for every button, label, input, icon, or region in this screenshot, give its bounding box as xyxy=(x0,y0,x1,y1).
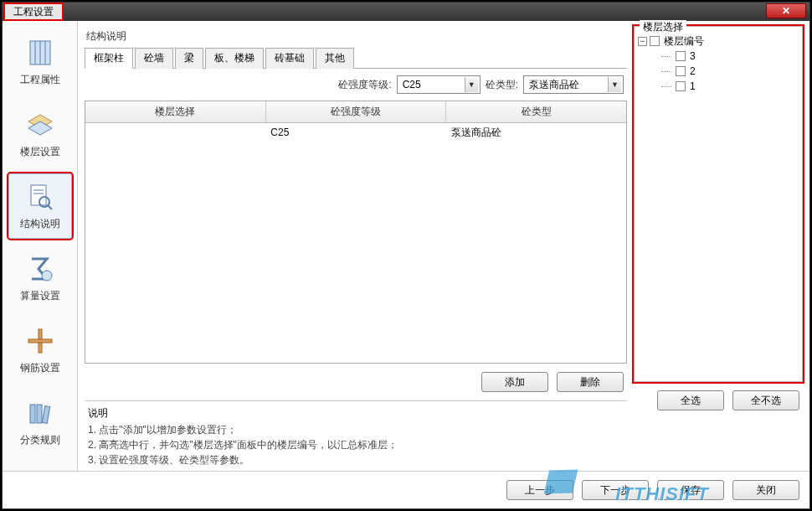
tab-concrete-wall[interactable]: 砼墙 xyxy=(135,48,173,69)
combo-value: C25 xyxy=(403,79,421,90)
button-label: 全选 xyxy=(681,394,701,408)
collapse-icon[interactable]: − xyxy=(638,37,647,46)
tree-item-label: 1 xyxy=(688,80,696,92)
save-button[interactable]: 保存 xyxy=(657,480,724,500)
col-type[interactable]: 砼类型 xyxy=(446,101,626,122)
tab-label: 砖基础 xyxy=(275,52,305,64)
window-title: 工程设置 xyxy=(4,3,63,20)
button-label: 添加 xyxy=(505,375,525,390)
books-icon xyxy=(25,398,55,428)
next-button[interactable]: 下一步 xyxy=(582,480,649,500)
desc-line: 1. 点击"添加"以增加参数设置行； xyxy=(88,422,624,437)
svg-rect-16 xyxy=(42,405,49,423)
tab-frame-column[interactable]: 框架柱 xyxy=(85,48,133,69)
col-strength[interactable]: 砼强度等级 xyxy=(266,101,447,122)
svg-rect-14 xyxy=(30,405,35,423)
strength-combo[interactable]: C25 ▼ xyxy=(397,75,481,94)
tab-slab-stair[interactable]: 板、楼梯 xyxy=(205,48,264,69)
col-floor[interactable]: 楼层选择 xyxy=(85,101,266,122)
body: 工程属性 楼层设置 结构说明 算量设置 钢筋设置 分类规则 xyxy=(3,21,809,471)
close-icon: ✕ xyxy=(782,5,790,17)
grid-buttons: 添加 删除 xyxy=(85,364,627,400)
close-button[interactable]: ✕ xyxy=(766,3,806,18)
close-button-footer[interactable]: 关闭 xyxy=(732,480,799,500)
tab-label: 板、楼梯 xyxy=(214,52,254,64)
right-panel: 楼层选择 − 楼层编号 3 2 xyxy=(634,21,809,471)
tab-brick-foundation[interactable]: 砖基础 xyxy=(265,48,314,69)
window-title-text: 工程设置 xyxy=(13,5,54,19)
titlebar: 工程设置 ✕ xyxy=(3,3,809,21)
tab-label: 梁 xyxy=(184,52,194,64)
button-label: 下一步 xyxy=(600,483,630,498)
tab-label: 砼墙 xyxy=(144,52,164,64)
sidebar-item-floor-settings[interactable]: 楼层设置 xyxy=(8,101,72,167)
main-title: 结构说明 xyxy=(85,26,627,47)
sidebar-item-label: 分类规则 xyxy=(20,433,60,447)
wizard-buttons: ITTHISIFT 上一步 下一步 保存 关闭 xyxy=(3,471,809,508)
tab-label: 框架柱 xyxy=(94,52,124,64)
sidebar-item-label: 楼层设置 xyxy=(20,145,60,159)
sidebar-item-label: 钢筋设置 xyxy=(20,361,60,375)
description-panel: 说明 1. 点击"添加"以增加参数设置行； 2. 高亮选中行，并勾选"楼层选择"… xyxy=(85,400,627,471)
select-none-button[interactable]: 全不选 xyxy=(732,390,799,410)
tree-root[interactable]: − 楼层编号 xyxy=(638,34,799,49)
tab-label: 其他 xyxy=(325,52,345,64)
svg-rect-6 xyxy=(31,185,46,205)
checkbox[interactable] xyxy=(676,81,686,91)
sidebar-item-qty-settings[interactable]: 算量设置 xyxy=(8,245,72,311)
sidebar-item-rebar-settings[interactable]: 钢筋设置 xyxy=(8,317,72,383)
spacer xyxy=(634,419,803,471)
checkbox[interactable] xyxy=(650,36,660,46)
sidebar-item-label: 算量设置 xyxy=(20,289,60,303)
delete-button[interactable]: 删除 xyxy=(557,372,624,392)
grid-body[interactable]: C25 泵送商品砼 xyxy=(85,123,626,363)
add-button[interactable]: 添加 xyxy=(481,372,548,392)
tree-children: 3 2 1 xyxy=(638,49,799,94)
cell-type[interactable]: 泵送商品砼 xyxy=(446,126,626,140)
checkbox[interactable] xyxy=(676,66,686,76)
tree-item[interactable]: 1 xyxy=(661,79,799,94)
sidebar: 工程属性 楼层设置 结构说明 算量设置 钢筋设置 分类规则 xyxy=(3,21,78,471)
tree-item-label: 2 xyxy=(688,65,696,77)
floor-select-box: 楼层选择 − 楼层编号 3 2 xyxy=(634,26,803,382)
tab-beam[interactable]: 梁 xyxy=(175,48,203,69)
chevron-down-icon: ▼ xyxy=(465,77,478,92)
table-row[interactable]: C25 泵送商品砼 xyxy=(85,123,626,142)
desc-title: 说明 xyxy=(88,406,624,421)
button-label: 保存 xyxy=(681,483,701,498)
type-combo[interactable]: 泵送商品砼 ▼ xyxy=(523,75,624,94)
cell-strength[interactable]: C25 xyxy=(265,126,445,138)
chevron-down-icon: ▼ xyxy=(608,77,621,92)
grid-header: 楼层选择 砼强度等级 砼类型 xyxy=(85,101,626,123)
sigma-gear-icon xyxy=(25,254,55,284)
tree-root-label: 楼层编号 xyxy=(662,34,704,49)
button-label: 全不选 xyxy=(751,394,781,408)
select-all-button[interactable]: 全选 xyxy=(657,390,724,410)
checkbox[interactable] xyxy=(676,51,686,61)
button-label: 上一步 xyxy=(525,483,555,498)
svg-point-11 xyxy=(42,271,52,281)
sidebar-item-project-props[interactable]: 工程属性 xyxy=(8,29,72,95)
document-search-icon xyxy=(25,182,55,212)
main-panel: 结构说明 框架柱 砼墙 梁 板、楼梯 砖基础 其他 砼强度等级: C25 ▼ 砼… xyxy=(78,21,634,471)
tabs: 框架柱 砼墙 梁 板、楼梯 砖基础 其他 xyxy=(85,47,627,69)
floor-select-title: 楼层选择 xyxy=(640,20,686,34)
sidebar-item-label: 工程属性 xyxy=(20,73,60,87)
prev-button[interactable]: 上一步 xyxy=(506,480,573,500)
building-icon xyxy=(25,38,55,68)
desc-line: 3. 设置砼强度等级、砼类型等参数。 xyxy=(88,452,624,467)
tree-item[interactable]: 2 xyxy=(661,64,799,79)
tab-other[interactable]: 其他 xyxy=(316,48,354,69)
data-grid: 楼层选择 砼强度等级 砼类型 C25 泵送商品砼 xyxy=(85,101,627,364)
filter-row: 砼强度等级: C25 ▼ 砼类型: 泵送商品砼 ▼ xyxy=(85,69,627,101)
rebar-icon xyxy=(25,326,55,356)
desc-line: 2. 高亮选中行，并勾选"楼层选择"面板中的楼层编号，以汇总标准层； xyxy=(88,437,624,452)
button-label: 关闭 xyxy=(756,483,776,498)
app-window: 工程设置 ✕ 工程属性 楼层设置 结构说明 算量设置 xyxy=(2,2,810,509)
svg-line-10 xyxy=(48,205,52,209)
sidebar-item-classify-rules[interactable]: 分类规则 xyxy=(8,390,72,455)
sidebar-item-structure-desc[interactable]: 结构说明 xyxy=(8,173,72,239)
combo-value: 泵送商品砼 xyxy=(529,78,579,92)
tree-item[interactable]: 3 xyxy=(661,49,799,64)
strength-label: 砼强度等级: xyxy=(338,78,391,92)
